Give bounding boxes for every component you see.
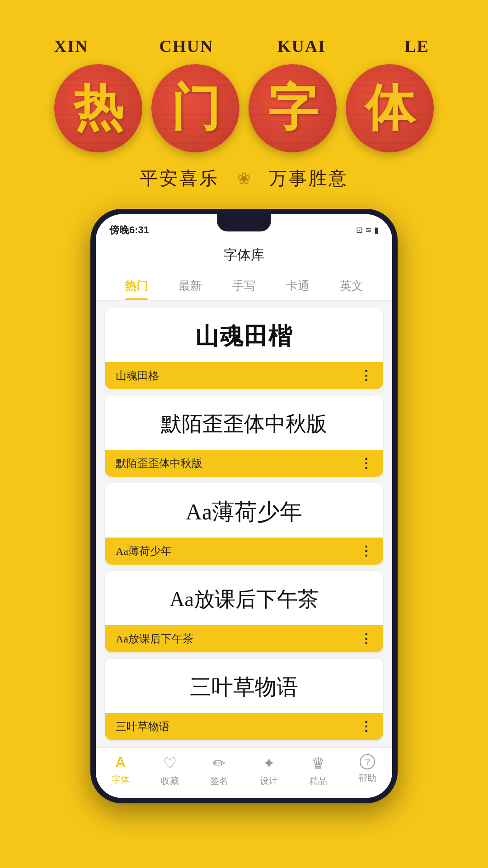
circle-zi: 字 [249, 64, 337, 152]
battery-signal-icon: ⊡ ≋ ▮ [356, 225, 379, 235]
font-card-3[interactable]: Aa薄荷少年 Aa薄荷少年 ⋮ [105, 483, 383, 565]
font-footer-4: Aa放课后下午茶 ⋮ [105, 625, 383, 652]
char-men: 门 [171, 75, 221, 142]
font-preview-text-1: 山魂田楷 [195, 321, 293, 352]
nav-item-premium[interactable]: ♛ 精品 [293, 754, 343, 787]
circle-re: 热 [54, 64, 142, 152]
font-card-1[interactable]: 山魂田楷 山魂田格 ⋮ [105, 308, 383, 389]
font-name-2: 默陌歪歪体中秋版 [116, 456, 202, 471]
phone-screen: 傍晚6:31 ⊡ ≋ ▮ 字体库 热门 最新 手写 卡通 英文 [96, 214, 392, 798]
font-more-btn-3[interactable]: ⋮ [360, 545, 372, 557]
pinyin-kuai: KUAI [258, 36, 346, 56]
nav-label-design: 设计 [260, 775, 278, 787]
char-re: 热 [74, 75, 123, 142]
font-more-btn-4[interactable]: ⋮ [360, 632, 372, 645]
tab-english[interactable]: 英文 [325, 272, 379, 300]
font-card-5[interactable]: 三叶草物语 三叶草物语 ⋮ [105, 659, 383, 740]
font-preview-4: Aa放课后下午茶 [105, 571, 383, 625]
pinyin-chun: CHUN [142, 36, 230, 56]
tabs-row: 热门 最新 手写 卡通 英文 [96, 272, 392, 301]
pinyin-xin: XIN [27, 36, 115, 56]
font-preview-text-5: 三叶草物语 [190, 673, 298, 702]
circles-row: 热 门 字 体 [54, 64, 434, 152]
subtitle-right: 万事胜意 [269, 166, 348, 191]
nav-item-font[interactable]: A 字体 [96, 754, 145, 787]
font-name-4: Aa放课后下午茶 [116, 632, 193, 646]
font-preview-3: Aa薄荷少年 [105, 483, 383, 538]
font-preview-1: 山魂田楷 [105, 308, 383, 362]
pinyin-row: XIN CHUN KUAI LE [27, 36, 461, 56]
font-preview-2: 默陌歪歪体中秋版 [105, 396, 383, 450]
nav-item-favorites[interactable]: ♡ 收藏 [145, 754, 194, 787]
font-preview-5: 三叶草物语 [105, 659, 383, 713]
status-icons: ⊡ ≋ ▮ [356, 225, 379, 235]
font-more-btn-2[interactable]: ⋮ [360, 457, 372, 470]
font-preview-text-4: Aa放课后下午茶 [169, 585, 319, 613]
app-header: 字体库 [96, 241, 392, 272]
nav-item-help[interactable]: ? 帮助 [343, 754, 392, 787]
signature-nav-icon: ✏ [213, 754, 225, 772]
tab-cartoon[interactable]: 卡通 [271, 272, 325, 300]
help-nav-icon: ? [360, 754, 375, 769]
nav-label-help: 帮助 [358, 772, 376, 784]
phone-outer: 傍晚6:31 ⊡ ≋ ▮ 字体库 热门 最新 手写 卡通 英文 [90, 209, 398, 803]
font-list: 山魂田楷 山魂田格 ⋮ 默陌歪歪体中秋版 默陌歪歪体中秋版 ⋮ [96, 301, 392, 747]
font-name-5: 三叶草物语 [116, 719, 170, 734]
font-name-3: Aa薄荷少年 [116, 544, 172, 558]
subtitle-left: 平安喜乐 [140, 166, 219, 191]
tab-hot[interactable]: 热门 [109, 272, 163, 300]
circle-men: 门 [151, 64, 239, 152]
pinyin-le: LE [373, 36, 461, 56]
lotus-icon: ❀ [237, 169, 251, 188]
nav-item-signature[interactable]: ✏ 签名 [195, 754, 244, 787]
nav-label-signature: 签名 [210, 775, 228, 787]
font-preview-text-2: 默陌歪歪体中秋版 [161, 410, 327, 438]
bottom-nav: A 字体 ♡ 收藏 ✏ 签名 ✦ 设计 ♛ 精品 [96, 747, 392, 798]
phone-wrapper: 傍晚6:31 ⊡ ≋ ▮ 字体库 热门 最新 手写 卡通 英文 [0, 209, 488, 830]
status-time: 傍晚6:31 [109, 223, 149, 237]
top-section: XIN CHUN KUAI LE 热 门 字 体 平安喜乐 ❀ 万事胜意 [0, 0, 488, 209]
nav-label-favorites: 收藏 [161, 775, 179, 787]
premium-nav-icon: ♛ [311, 754, 325, 772]
subtitle-row: 平安喜乐 ❀ 万事胜意 [140, 166, 348, 191]
circle-ti: 体 [346, 64, 434, 152]
font-footer-2: 默陌歪歪体中秋版 ⋮ [105, 450, 383, 477]
nav-label-font: 字体 [112, 774, 130, 786]
tab-handwriting[interactable]: 手写 [217, 272, 271, 300]
font-more-btn-1[interactable]: ⋮ [360, 369, 372, 382]
char-ti: 体 [365, 75, 415, 142]
nav-item-design[interactable]: ✦ 设计 [244, 754, 293, 787]
font-card-2[interactable]: 默陌歪歪体中秋版 默陌歪歪体中秋版 ⋮ [105, 396, 383, 477]
status-bar: 傍晚6:31 ⊡ ≋ ▮ [96, 214, 392, 241]
font-footer-3: Aa薄荷少年 ⋮ [105, 538, 383, 565]
font-footer-5: 三叶草物语 ⋮ [105, 713, 383, 740]
font-preview-text-3: Aa薄荷少年 [186, 497, 302, 527]
favorites-nav-icon: ♡ [163, 754, 177, 772]
tab-newest[interactable]: 最新 [163, 272, 217, 300]
notch [217, 214, 271, 231]
font-nav-icon: A [115, 754, 126, 771]
font-more-btn-5[interactable]: ⋮ [360, 720, 372, 733]
design-nav-icon: ✦ [263, 754, 275, 772]
nav-label-premium: 精品 [309, 775, 327, 787]
font-name-1: 山魂田格 [116, 368, 159, 383]
font-card-4[interactable]: Aa放课后下午茶 Aa放课后下午茶 ⋮ [105, 571, 383, 652]
font-footer-1: 山魂田格 ⋮ [105, 362, 383, 389]
char-zi: 字 [268, 75, 318, 142]
